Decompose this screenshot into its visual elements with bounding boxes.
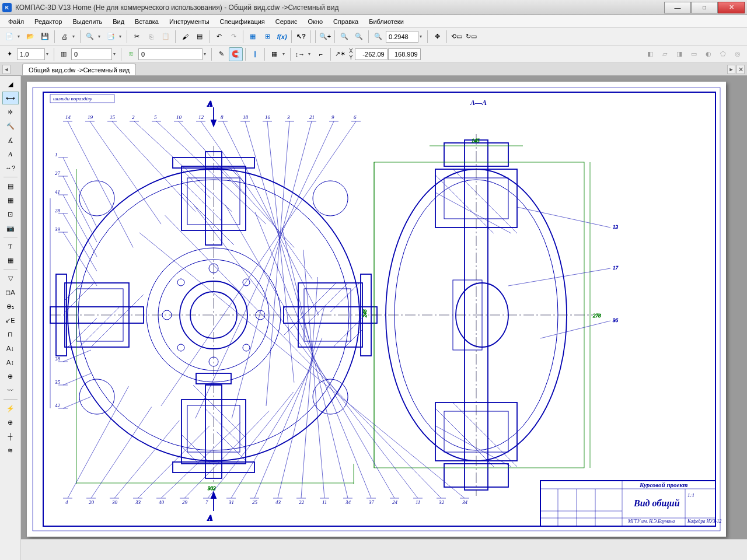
base-icon[interactable]: ▽ — [2, 272, 19, 285]
layer2-input[interactable] — [138, 48, 203, 60]
drawing-area[interactable]: шильди поразділу — [21, 76, 747, 539]
menu-spec[interactable]: Спецификация — [215, 17, 270, 26]
centerline-icon[interactable]: ⊕ — [2, 416, 19, 429]
new-button[interactable]: 📄 — [2, 30, 16, 44]
help-cursor-button[interactable]: ↖? — [294, 30, 308, 44]
paste-button[interactable]: 📋 — [159, 30, 173, 44]
svg-line-197 — [63, 232, 97, 286]
notation-icon[interactable]: ✲ — [2, 106, 19, 118]
pan-button[interactable]: ✥ — [430, 30, 444, 44]
axis-line-icon[interactable]: ┼ — [2, 430, 19, 443]
param-icon[interactable]: ∡ — [2, 134, 19, 146]
line-weight-input[interactable] — [17, 48, 45, 60]
grid-button[interactable]: ▦ — [267, 47, 281, 61]
menu-tools[interactable]: Инструменты — [165, 17, 214, 26]
fx-button[interactable]: f(x) — [275, 30, 289, 44]
menu-view[interactable]: Вид — [108, 17, 129, 26]
dropdown-icon[interactable]: ▾ — [72, 34, 78, 39]
zoom-fit-button[interactable]: 🔍 — [352, 30, 366, 44]
center-icon[interactable]: ⊕₁ — [2, 300, 19, 313]
section-a-icon[interactable]: A↕ — [2, 356, 19, 369]
manager-button[interactable]: ▦ — [246, 30, 260, 44]
close-button[interactable]: ✕ — [718, 2, 745, 13]
dropdown-icon[interactable]: ▾ — [113, 51, 118, 57]
layers-icon[interactable]: ≋ — [124, 47, 138, 61]
vars-button[interactable]: ⊞ — [260, 30, 274, 44]
measure-icon[interactable]: ↔? — [2, 162, 19, 174]
dropdown-icon[interactable]: ▾ — [203, 51, 209, 57]
magnet-button[interactable]: 🧲 — [229, 47, 243, 61]
datum-icon[interactable]: ◻A — [2, 286, 19, 299]
table-icon[interactable]: ▦ — [2, 254, 19, 267]
geometry-icon[interactable]: ◢ — [2, 78, 19, 90]
redo-button[interactable]: ↷ — [226, 30, 240, 44]
tab-prev-button[interactable]: ◄ — [2, 65, 11, 74]
tab-next-button[interactable]: ► — [727, 65, 735, 74]
menu-file[interactable]: Файл — [4, 17, 29, 26]
copy-button[interactable]: ⎘ — [144, 30, 158, 44]
dropdown-icon[interactable]: ▾ — [97, 34, 103, 39]
refresh-button[interactable]: ↻▭ — [464, 30, 478, 44]
insert-icon[interactable]: ⊡ — [2, 208, 19, 220]
svg-text:34: 34 — [462, 499, 468, 505]
menu-insert[interactable]: Вставка — [130, 17, 163, 26]
coord-y-input[interactable] — [388, 48, 421, 60]
dropdown-icon[interactable]: ▾ — [308, 51, 313, 57]
dropdown-icon[interactable]: ▾ — [17, 34, 23, 39]
brush-button[interactable]: 🖌 — [178, 30, 192, 44]
text-a-icon[interactable]: A — [2, 148, 19, 160]
rebuild-button[interactable]: ⟲▭ — [449, 30, 463, 44]
arrow-a-icon[interactable]: A↓ — [2, 342, 19, 355]
layer1-input[interactable] — [71, 48, 112, 60]
zoom-input[interactable] — [386, 31, 418, 43]
break-icon[interactable]: ≋ — [2, 444, 19, 457]
preview-button[interactable]: 🔍 — [83, 30, 97, 44]
menu-libs[interactable]: Библиотеки — [364, 17, 409, 26]
camera-icon[interactable]: 📷 — [2, 222, 19, 235]
minimize-button[interactable]: — — [664, 2, 691, 13]
list-button[interactable]: ▤ — [193, 30, 207, 44]
center-mark-icon[interactable]: ⊕ — [2, 370, 19, 383]
coord-x-input[interactable] — [355, 48, 388, 60]
text-tool-icon[interactable]: T — [2, 240, 19, 253]
dropdown-icon[interactable]: ▾ — [282, 51, 288, 57]
leader-icon[interactable]: ↙E — [2, 314, 19, 327]
spec-icon[interactable]: ▤ — [2, 180, 19, 192]
cut-button[interactable]: ✂ — [130, 30, 144, 44]
lcs-button[interactable]: ⌐ — [314, 47, 328, 61]
zoom-in-button[interactable]: 🔍+ — [318, 30, 332, 44]
reports-icon[interactable]: ▦ — [2, 194, 19, 206]
dropdown-icon[interactable]: ▾ — [419, 34, 425, 39]
menu-select[interactable]: Выделить — [68, 17, 107, 26]
menu-window[interactable]: Окно — [303, 17, 327, 26]
svg-text:4: 4 — [65, 499, 68, 505]
dropdown-icon[interactable]: ▾ — [46, 51, 51, 57]
tab-close-button[interactable]: ✕ — [736, 65, 745, 74]
zoom-scale-button[interactable]: 🔍 — [371, 30, 385, 44]
balloon-icon[interactable]: ⊓ — [2, 328, 19, 341]
zoom-window-button[interactable]: 🔍 — [337, 30, 351, 44]
save-button[interactable]: 💾 — [38, 30, 52, 44]
coord-snap-button[interactable]: ↗✶ — [333, 47, 347, 61]
wave-icon[interactable]: 〰 — [2, 384, 19, 397]
auto-axis-icon[interactable]: ⚡ — [2, 402, 19, 415]
layer-button[interactable]: ▥ — [57, 47, 71, 61]
menu-editor[interactable]: Редактор — [30, 17, 67, 26]
properties-button[interactable]: 📑 — [104, 30, 118, 44]
dropdown-icon[interactable]: ▾ — [118, 34, 124, 39]
maximize-button[interactable]: ☐ — [691, 2, 718, 13]
undo-button[interactable]: ↶ — [212, 30, 226, 44]
dimensions-icon[interactable]: ⟷ — [2, 92, 19, 104]
edit-icon[interactable]: ✎ — [214, 47, 228, 61]
ortho-button[interactable]: ↕→ — [293, 47, 307, 61]
menu-service[interactable]: Сервис — [271, 17, 302, 26]
menu-help[interactable]: Справка — [329, 17, 363, 26]
svg-text:36: 36 — [612, 317, 619, 323]
parallel-icon[interactable]: ∥ — [248, 47, 262, 61]
open-button[interactable]: 📂 — [23, 30, 37, 44]
edit-icon[interactable]: 🔨 — [2, 120, 19, 132]
svg-text:16: 16 — [265, 114, 271, 120]
snap-endpoint-button[interactable]: ✦ — [2, 47, 16, 61]
tab-document[interactable]: Общий вид.cdw ->Системный вид — [22, 64, 136, 75]
print-button[interactable]: 🖨 — [57, 30, 71, 44]
